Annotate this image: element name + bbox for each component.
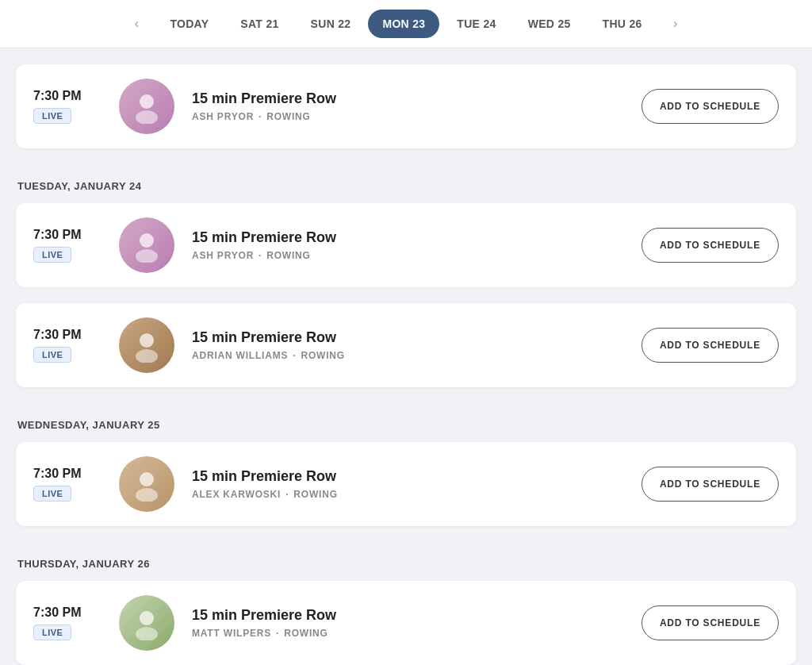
instructor-avatar — [119, 79, 174, 134]
nav-day-tue24[interactable]: TUE 24 — [442, 10, 510, 38]
class-time: 7:30 PM — [33, 328, 81, 342]
live-badge: LIVE — [33, 347, 71, 363]
class-meta: ASH PRYOR·ROWING — [192, 111, 642, 122]
class-category: ROWING — [301, 350, 344, 361]
add-to-schedule-button[interactable]: ADD TO SCHEDULE — [642, 89, 779, 124]
svg-point-4 — [140, 333, 154, 348]
svg-point-1 — [136, 110, 158, 124]
svg-point-2 — [140, 233, 154, 248]
class-info: 15 min Premiere RowADRIAN WILLIAMS·ROWIN… — [189, 329, 642, 361]
instructor-avatar — [119, 317, 174, 373]
instructor-name: ALEX KARWOSKI — [192, 489, 281, 500]
svg-point-9 — [136, 627, 158, 640]
meta-dot: · — [285, 489, 289, 500]
class-card: 7:30 PMLIVE 15 min Premiere RowALEX KARW… — [16, 442, 796, 526]
meta-dot: · — [276, 628, 279, 639]
class-category: ROWING — [266, 111, 310, 122]
class-meta: MATT WILPERS·ROWING — [192, 628, 642, 639]
day-section-0: TUESDAY, JANUARY 247:30 PMLIVE 15 min Pr… — [0, 164, 812, 387]
svg-point-6 — [140, 472, 154, 486]
day-section-2: THURSDAY, JANUARY 267:30 PMLIVE 15 min P… — [0, 542, 812, 665]
avatar — [119, 79, 174, 134]
class-category: ROWING — [266, 250, 310, 261]
svg-point-3 — [136, 249, 158, 263]
svg-point-0 — [140, 94, 154, 109]
nav-day-sun22[interactable]: SUN 22 — [297, 10, 366, 38]
add-to-schedule-button[interactable]: ADD TO SCHEDULE — [642, 328, 779, 363]
svg-point-8 — [140, 611, 154, 625]
day-label: TUESDAY, JANUARY 24 — [16, 180, 796, 192]
class-time: 7:30 PM — [33, 467, 81, 481]
live-badge: LIVE — [33, 625, 71, 640]
day-label: THURSDAY, JANUARY 26 — [16, 558, 796, 570]
meta-dot: · — [259, 250, 262, 261]
svg-point-5 — [136, 349, 158, 363]
prev-arrow[interactable]: ‹ — [124, 11, 149, 37]
instructor-avatar — [119, 456, 174, 512]
class-card: 7:30 PMLIVE 15 min Premiere RowASH PRYOR… — [16, 203, 796, 287]
nav-day-wed25[interactable]: WED 25 — [514, 10, 585, 38]
instructor-name: ASH PRYOR — [192, 111, 254, 122]
class-time: 7:30 PM — [33, 89, 81, 103]
time-section: 7:30 PMLIVE — [33, 328, 105, 363]
class-card: 7:30 PMLIVE 15 min Premiere RowMATT WILP… — [16, 581, 796, 665]
class-card: 7:30 PMLIVE 15 min Premiere RowASH PRYOR… — [16, 64, 796, 148]
live-badge: LIVE — [33, 108, 71, 124]
class-card: 7:30 PMLIVE 15 min Premiere RowADRIAN WI… — [16, 303, 796, 387]
nav-day-mon23[interactable]: MON 23 — [368, 10, 439, 38]
time-section: 7:30 PMLIVE — [33, 89, 105, 124]
class-category: ROWING — [284, 628, 327, 639]
next-arrow[interactable]: › — [663, 11, 688, 37]
avatar — [119, 456, 174, 512]
meta-dot: · — [293, 350, 296, 361]
class-time: 7:30 PM — [33, 605, 81, 620]
instructor-name: ASH PRYOR — [192, 250, 254, 261]
instructor-name: MATT WILPERS — [192, 628, 271, 639]
avatar — [119, 317, 174, 373]
instructor-name: ADRIAN WILLIAMS — [192, 350, 288, 361]
meta-dot: · — [259, 111, 262, 122]
instructor-avatar — [119, 217, 174, 273]
nav-day-sat21[interactable]: SAT 21 — [226, 10, 293, 38]
day-section-1: WEDNESDAY, JANUARY 257:30 PMLIVE 15 min … — [0, 403, 812, 526]
time-section: 7:30 PMLIVE — [33, 605, 105, 640]
avatar — [119, 595, 174, 651]
add-to-schedule-button[interactable]: ADD TO SCHEDULE — [642, 228, 779, 263]
class-time: 7:30 PM — [33, 228, 81, 242]
class-category: ROWING — [293, 489, 337, 500]
live-badge: LIVE — [33, 486, 71, 502]
time-section: 7:30 PMLIVE — [33, 467, 105, 502]
class-meta: ALEX KARWOSKI·ROWING — [192, 489, 642, 500]
class-info: 15 min Premiere RowASH PRYOR·ROWING — [189, 90, 642, 122]
class-title: 15 min Premiere Row — [192, 607, 642, 624]
class-meta: ASH PRYOR·ROWING — [192, 250, 642, 261]
live-badge: LIVE — [33, 247, 71, 263]
day-label: WEDNESDAY, JANUARY 25 — [16, 419, 796, 431]
nav-bar: ‹ TODAYSAT 21SUN 22MON 23TUE 24WED 25THU… — [0, 0, 812, 48]
class-info: 15 min Premiere RowALEX KARWOSKI·ROWING — [189, 468, 642, 500]
class-info: 15 min Premiere RowASH PRYOR·ROWING — [189, 229, 642, 261]
class-title: 15 min Premiere Row — [192, 90, 642, 107]
class-meta: ADRIAN WILLIAMS·ROWING — [192, 350, 642, 361]
time-section: 7:30 PMLIVE — [33, 228, 105, 263]
schedule-content: 7:30 PMLIVE 15 min Premiere RowASH PRYOR… — [0, 48, 812, 665]
instructor-avatar — [119, 595, 174, 651]
nav-day-today[interactable]: TODAY — [155, 10, 223, 38]
svg-point-7 — [136, 488, 158, 502]
add-to-schedule-button[interactable]: ADD TO SCHEDULE — [642, 605, 779, 640]
class-title: 15 min Premiere Row — [192, 468, 642, 485]
add-to-schedule-button[interactable]: ADD TO SCHEDULE — [642, 467, 779, 502]
class-title: 15 min Premiere Row — [192, 229, 642, 246]
avatar — [119, 217, 174, 273]
nav-day-thu26[interactable]: THU 26 — [588, 10, 657, 38]
class-info: 15 min Premiere RowMATT WILPERS·ROWING — [189, 607, 642, 639]
day-section-mon23: 7:30 PMLIVE 15 min Premiere RowASH PRYOR… — [0, 48, 812, 148]
class-title: 15 min Premiere Row — [192, 329, 642, 346]
